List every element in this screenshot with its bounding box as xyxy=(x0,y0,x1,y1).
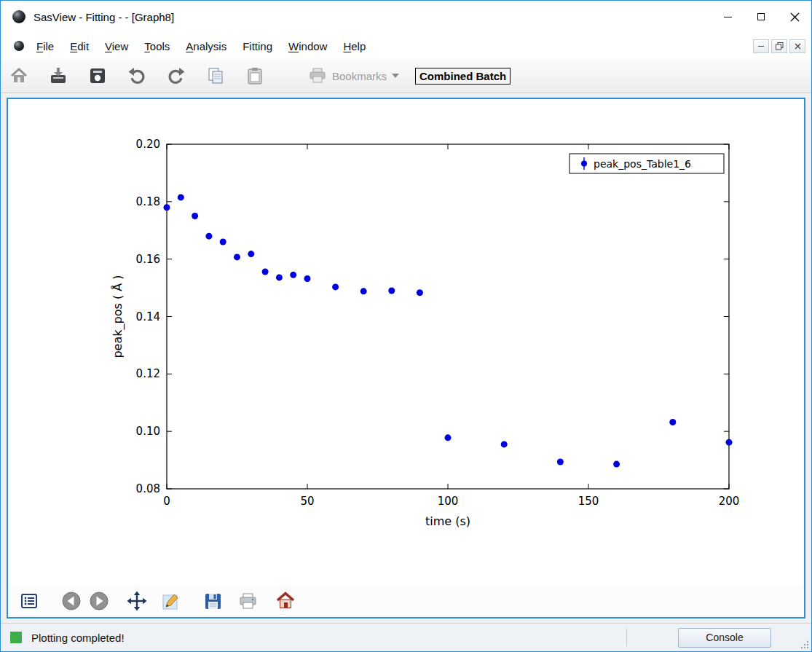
data-point xyxy=(192,213,198,219)
forward-button[interactable] xyxy=(88,590,110,612)
data-point xyxy=(557,458,564,465)
status-bar: Plotting completed! Console xyxy=(1,623,811,651)
close-button[interactable] xyxy=(778,1,811,33)
main-toolbar: Bookmarks Combined Batch xyxy=(1,59,811,93)
data-point xyxy=(445,434,452,441)
data-point xyxy=(332,283,339,290)
menu-help[interactable]: Help xyxy=(335,37,374,55)
save-plot-button[interactable] xyxy=(202,590,224,612)
x-tick-label: 200 xyxy=(719,495,740,508)
pan-icon xyxy=(127,591,147,611)
y-tick-label: 0.18 xyxy=(136,195,160,208)
bookmarks-printer-icon xyxy=(308,66,327,85)
mdi-child-icon xyxy=(14,41,24,51)
paste-button[interactable] xyxy=(244,65,266,87)
edit-icon xyxy=(161,592,181,611)
plot-context-button[interactable] xyxy=(18,590,40,612)
maximize-icon xyxy=(757,13,765,20)
print-button[interactable] xyxy=(237,590,259,612)
mdi-restore-button[interactable] xyxy=(771,39,787,53)
caret-down-icon xyxy=(392,74,399,78)
data-point xyxy=(669,419,676,425)
report-button[interactable] xyxy=(87,65,109,87)
forward-icon xyxy=(89,591,109,611)
menu-window[interactable]: Window xyxy=(280,37,335,55)
menu-file[interactable]: File xyxy=(28,37,62,55)
mdi-restore-icon xyxy=(776,42,784,50)
x-tick-label: 50 xyxy=(300,495,314,508)
mdi-window-controls xyxy=(753,39,805,53)
data-point xyxy=(276,274,283,280)
x-tick-label: 0 xyxy=(163,495,170,508)
mdi-minimize-icon xyxy=(758,46,764,47)
back-icon xyxy=(61,591,82,611)
data-point xyxy=(360,288,367,294)
window-title: SasView - Fitting - - [Graph8] xyxy=(33,11,174,23)
minimize-icon xyxy=(724,17,732,17)
legend-label: peak_pos_Table1_6 xyxy=(594,158,691,170)
menu-edit[interactable]: Edit xyxy=(62,37,97,55)
close-icon xyxy=(790,12,800,22)
legend-marker xyxy=(581,161,587,167)
data-point xyxy=(290,272,296,278)
minimize-button[interactable] xyxy=(711,1,744,33)
y-tick-label: 0.20 xyxy=(136,138,160,151)
y-tick-label: 0.12 xyxy=(136,367,160,380)
data-point xyxy=(205,233,212,240)
data-point xyxy=(248,251,254,257)
y-axis-label: peak_pos ( Å ) xyxy=(111,275,125,358)
reset-home-button[interactable] xyxy=(275,590,296,612)
mdi-minimize-button[interactable] xyxy=(753,39,769,53)
save-button[interactable] xyxy=(47,65,69,87)
data-point xyxy=(613,461,620,468)
sasview-logo-icon xyxy=(12,10,25,23)
x-tick-label: 150 xyxy=(578,495,599,508)
y-tick-label: 0.08 xyxy=(136,482,160,495)
back-button[interactable] xyxy=(60,590,82,612)
copy-icon xyxy=(206,66,225,85)
statusbar-divider xyxy=(626,629,627,646)
data-point xyxy=(164,204,170,211)
undo-icon xyxy=(127,66,146,85)
plot-canvas[interactable]: 0501001502000.080.100.120.140.160.180.20… xyxy=(8,99,805,586)
bookmarks-label: Bookmarks xyxy=(332,70,387,82)
resize-grip-icon[interactable] xyxy=(800,640,809,649)
menu-view[interactable]: View xyxy=(97,37,136,55)
status-indicator-icon xyxy=(10,632,22,643)
plot-context-icon xyxy=(20,592,39,610)
window-controls xyxy=(711,1,811,33)
data-point xyxy=(417,289,423,296)
home-button[interactable] xyxy=(8,65,30,87)
menu-analysis[interactable]: Analysis xyxy=(178,37,234,55)
edit-button[interactable] xyxy=(159,590,181,612)
report-icon xyxy=(88,66,107,85)
y-tick-label: 0.16 xyxy=(136,253,160,266)
data-point xyxy=(220,239,226,246)
status-message: Plotting completed! xyxy=(31,632,125,644)
menu-tools[interactable]: Tools xyxy=(136,37,178,55)
save-icon xyxy=(49,66,68,85)
reset-home-icon xyxy=(275,591,296,611)
menu-fitting[interactable]: Fitting xyxy=(234,37,280,55)
plot-toolbar xyxy=(8,585,804,617)
undo-button[interactable] xyxy=(126,65,148,87)
client-area: 0501001502000.080.100.120.140.160.180.20… xyxy=(1,93,811,623)
menu-items: FileEditViewToolsAnalysisFittingWindowHe… xyxy=(28,37,374,55)
app-window: SasView - Fitting - - [Graph8] FileEditV… xyxy=(0,0,812,652)
redo-button[interactable] xyxy=(165,65,187,87)
y-tick-label: 0.14 xyxy=(136,310,160,323)
bookmarks-button[interactable]: Bookmarks xyxy=(308,66,399,85)
y-tick-label: 0.10 xyxy=(136,425,160,438)
pan-button[interactable] xyxy=(126,590,148,612)
data-point xyxy=(262,269,269,275)
menu-bar: FileEditViewToolsAnalysisFittingWindowHe… xyxy=(1,33,811,59)
data-point xyxy=(234,254,240,260)
maximize-button[interactable] xyxy=(744,1,778,33)
mdi-close-icon xyxy=(795,43,801,50)
mdi-close-button[interactable] xyxy=(789,39,805,53)
save-plot-icon xyxy=(203,592,223,611)
copy-button[interactable] xyxy=(205,65,226,87)
data-point xyxy=(178,194,184,200)
console-button[interactable]: Console xyxy=(678,628,771,648)
combined-batch-button[interactable]: Combined Batch xyxy=(415,68,511,85)
